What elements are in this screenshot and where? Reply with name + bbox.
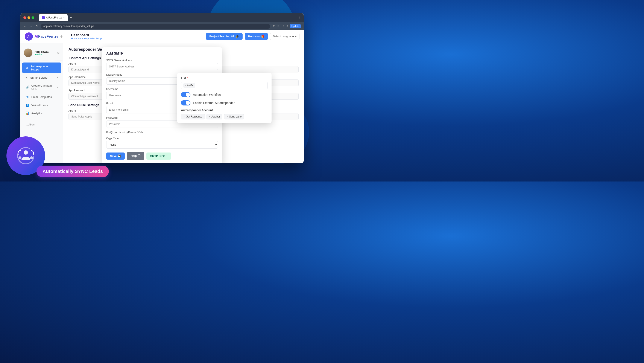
tab-label: AIFaceFrenzy xyxy=(46,16,62,19)
header-actions: Project Training 81 🎓 Bonuses 🎁 Select L… xyxy=(206,33,300,40)
required-indicator: * xyxy=(187,77,188,80)
crypt-label: Crypt Type xyxy=(106,137,218,140)
campaign-icon: 🔗 xyxy=(26,86,29,89)
select-language-dropdown[interactable]: Select Language ▾ xyxy=(270,33,300,40)
project-training-icon: 🎓 xyxy=(236,35,239,38)
online-status: ● online xyxy=(34,53,55,56)
crypt-type-select[interactable]: None xyxy=(106,141,218,149)
aweber-tag: × Aweber xyxy=(206,114,222,119)
sidebar-email-label: Email Templates xyxy=(31,95,52,99)
aweber-remove-icon[interactable]: × xyxy=(209,115,210,118)
aweber-label: Aweber xyxy=(212,115,220,118)
traffic-tag: × traffic xyxy=(183,83,195,88)
new-tab-btn[interactable]: + xyxy=(68,16,73,20)
close-dot[interactable] xyxy=(24,16,26,19)
minimize-dot[interactable] xyxy=(28,16,30,19)
browser-addressbar: ← → ↻ app.aifacefrenzy.com/autoresponder… xyxy=(20,22,304,30)
server-address-input[interactable] xyxy=(106,63,218,70)
bonuses-icon: 🎁 xyxy=(261,35,264,38)
sidebar-item-analytics[interactable]: 📊 Analytics xyxy=(22,109,62,117)
tag-value: traffic xyxy=(187,84,194,87)
project-training-label: Project Training 81 xyxy=(209,35,234,38)
sidebar-item-create-campaign-url[interactable]: 🔗 Create Campaign URL › xyxy=(22,82,62,93)
active-tab[interactable]: AIFaceFrenzy × xyxy=(39,14,68,21)
browser-window: AIFaceFrenzy × + ⋮ ← → ↻ app.aifacefrenz… xyxy=(20,13,304,163)
username: ram_rawat xyxy=(34,50,55,53)
tab-close-btn[interactable]: × xyxy=(63,16,64,19)
automation-toggle[interactable] xyxy=(181,92,190,97)
sidebar-edition-item[interactable]: ...dition xyxy=(22,121,62,128)
sidebar-item-autoresponder-setups[interactable]: ⚙ Autoresponder Setups xyxy=(22,63,62,73)
external-autoresponder-toggle[interactable] xyxy=(181,100,190,106)
smtp-icon: ✉ xyxy=(26,76,28,79)
logo-full: AIFaceFrenzy xyxy=(34,34,58,39)
app-header: AI AIFaceFrenzy ⚙ Dashboard Home › Autor… xyxy=(20,30,304,43)
project-training-btn[interactable]: Project Training 81 🎓 xyxy=(206,33,242,40)
sidebar-item-smtp-setting[interactable]: ✉ SMTP Setting › xyxy=(22,74,62,81)
bonuses-label: Bonuses xyxy=(248,35,260,38)
promo-text: Automatically SYNC Leads xyxy=(42,169,103,174)
share-icon: ⬆ xyxy=(273,24,275,28)
header-center: Dashboard Home › Autoresponder Setup xyxy=(71,33,202,40)
edition-label: ...dition xyxy=(26,123,34,126)
tag-remove-icon[interactable]: × xyxy=(185,84,186,87)
user-settings-icon[interactable]: ⚙ xyxy=(57,51,60,55)
crypt-group: Crypt Type None xyxy=(106,137,218,149)
campaign-arrow-icon: › xyxy=(57,86,58,89)
svg-point-1 xyxy=(24,150,28,155)
autoresponder-account-label: Autoresponder Account xyxy=(181,109,268,112)
update-btn[interactable]: Update xyxy=(290,24,301,28)
bonuses-btn[interactable]: Bonuses 🎁 xyxy=(245,33,268,40)
smtp-info-button[interactable]: SMTP INFO ↑ xyxy=(146,153,172,160)
external-autoresponder-row: Enable External Autoresponder xyxy=(181,100,268,106)
list-tag-input[interactable]: × traffic | xyxy=(181,82,268,89)
profile-icon[interactable]: R xyxy=(286,24,288,28)
app-layout: ram_rawat ● online ⚙ ⚙ Autoresponder Set… xyxy=(20,43,304,163)
smtp-arrow-icon: › xyxy=(57,76,58,79)
back-btn[interactable]: ← xyxy=(24,24,27,28)
breadcrumb-current: Autoresponder Setup xyxy=(80,37,102,40)
header-title: Dashboard xyxy=(71,33,202,37)
address-field[interactable]: app.aifacefrenzy.com/autoresponder_setup… xyxy=(41,24,270,29)
automation-workflow-row: Automation Workflow xyxy=(181,92,268,97)
save-button[interactable]: Save 💾 xyxy=(106,153,125,160)
maximize-dot[interactable] xyxy=(32,16,34,19)
extensions-icon[interactable]: ⬡ xyxy=(282,24,284,28)
browser-chrome: AIFaceFrenzy × + ⋮ xyxy=(20,13,304,22)
browser-dots xyxy=(24,16,34,19)
breadcrumb-home[interactable]: Home xyxy=(71,37,77,40)
avatar-image xyxy=(24,49,32,57)
main-content: Autoresponder Setups iContact Api Settin… xyxy=(63,43,304,163)
logo-ai-text: AI xyxy=(27,35,30,38)
get-response-tag: × Get Response xyxy=(181,114,205,119)
sidebar-item-visited-users[interactable]: 👥 Visited Users xyxy=(22,101,62,109)
modal-footer: Save 💾 Help ⓘ SMTP INFO ↑ xyxy=(106,152,218,160)
sidebar-autoresponder-label: Autoresponder Setups xyxy=(30,65,58,71)
send-lane-tag: × Send Lane xyxy=(224,114,244,119)
send-lane-remove-icon[interactable]: × xyxy=(226,115,228,118)
sidebar-item-email-templates[interactable]: 📧 Email Templates xyxy=(22,93,62,101)
analytics-icon: 📊 xyxy=(26,112,29,115)
promo-area: Automatically SYNC Leads xyxy=(6,136,45,175)
refresh-btn[interactable]: ↻ xyxy=(36,24,38,28)
tab-favicon xyxy=(42,16,45,19)
address-text: app.aifacefrenzy.com/autoresponder_setup… xyxy=(43,25,94,28)
breadcrumb: Home › Autoresponder Setup xyxy=(71,37,202,40)
logo-area: AI AIFaceFrenzy ⚙ xyxy=(25,33,68,41)
help-button[interactable]: Help ⓘ xyxy=(127,152,144,160)
sidebar-visited-label: Visited Users xyxy=(31,104,48,107)
browser-tabs: AIFaceFrenzy × + xyxy=(39,14,73,21)
logo-settings-icon[interactable]: ⚙ xyxy=(60,35,63,38)
tag-cursor: | xyxy=(197,84,197,87)
autoresponder-account-section: Autoresponder Account × Get Response × A… xyxy=(181,109,268,119)
user-info: ram_rawat ● online xyxy=(34,50,55,56)
svg-point-0 xyxy=(18,148,34,164)
star-icon[interactable]: ☆ xyxy=(277,24,280,28)
get-response-remove-icon[interactable]: × xyxy=(183,115,185,118)
sidebar-analytics-label: Analytics xyxy=(31,112,42,115)
smtp-modal-title: Add SMTP xyxy=(106,52,218,56)
get-response-label: Get Response xyxy=(186,115,202,118)
forward-btn[interactable]: → xyxy=(30,24,33,28)
browser-menu-icon[interactable]: ⋮ xyxy=(298,16,301,19)
visited-users-icon: 👥 xyxy=(26,103,29,107)
